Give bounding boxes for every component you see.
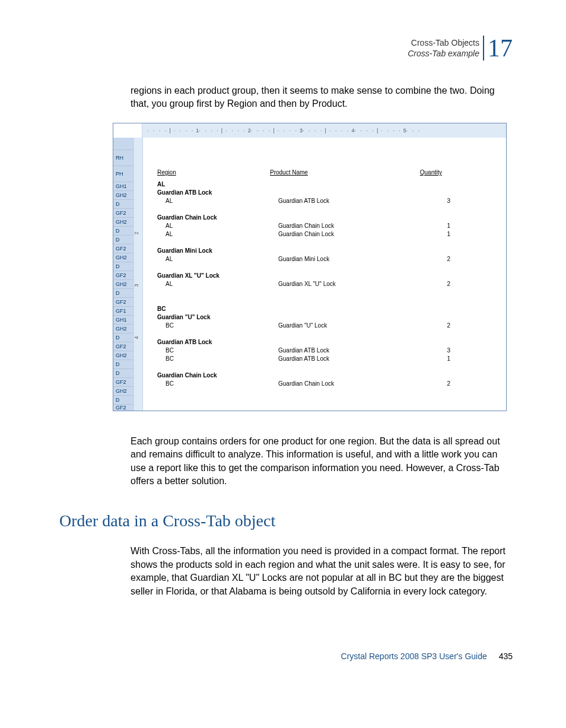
table-row: Guardian ATB Lock bbox=[157, 338, 506, 346]
chapter-number: 17 bbox=[483, 36, 513, 61]
section-label[interactable]: GH1 bbox=[113, 182, 133, 190]
section-label[interactable]: GF2 bbox=[113, 377, 133, 386]
table-row bbox=[157, 297, 506, 305]
paragraph-after-screenshot: Each group contains orders for one produ… bbox=[131, 435, 513, 488]
section-label[interactable]: GH2 bbox=[113, 351, 133, 360]
section-label[interactable]: PH bbox=[113, 166, 133, 182]
section-label[interactable]: GF2 bbox=[113, 342, 133, 351]
section-label[interactable]: D bbox=[113, 226, 133, 235]
section-label[interactable]: GF1 bbox=[113, 306, 133, 315]
section-label[interactable]: GF2 bbox=[113, 208, 133, 217]
section-blank bbox=[113, 138, 133, 150]
table-row bbox=[157, 205, 506, 214]
table-row: ALGuardian ATB Lock3 bbox=[157, 197, 506, 205]
table-row bbox=[157, 288, 506, 297]
col-qty-header: Quantity bbox=[395, 169, 442, 176]
section-heading: Order data in a Cross-Tab object bbox=[59, 511, 513, 530]
vertical-ruler[interactable]: 2 3 4 bbox=[133, 138, 143, 411]
section-label[interactable]: D bbox=[113, 333, 133, 342]
section-label[interactable]: D bbox=[113, 262, 133, 271]
ruler-corner bbox=[113, 123, 142, 138]
section-labels-column[interactable]: RH PH GH1 GH2 D GF2 GH2 D D GF2 GH2 D GF… bbox=[113, 138, 133, 411]
header-topic: Cross-Tab Objects bbox=[408, 37, 479, 48]
table-row: BCGuardian ATB Lock1 bbox=[157, 355, 506, 363]
section-label[interactable]: GF2 bbox=[113, 244, 133, 253]
col-product-header: Product Name bbox=[270, 169, 395, 176]
section-label[interactable]: D bbox=[113, 395, 133, 404]
section-label[interactable]: GF2 bbox=[113, 297, 133, 306]
table-row: BCGuardian "U" Lock2 bbox=[157, 322, 506, 330]
table-row: Guardian "U" Lock bbox=[157, 313, 506, 322]
report-preview-area[interactable]: Region Product Name Quantity AL Guardian… bbox=[143, 138, 506, 411]
section-label[interactable]: GH2 bbox=[113, 324, 133, 333]
table-row bbox=[157, 388, 506, 394]
section-label[interactable]: D bbox=[113, 288, 133, 297]
header-subtopic: Cross-Tab example bbox=[408, 48, 479, 59]
table-row: AL bbox=[157, 180, 506, 189]
section-label[interactable]: GH2 bbox=[113, 279, 133, 288]
table-row: Guardian XL "U" Lock bbox=[157, 272, 506, 280]
table-row: BC bbox=[157, 305, 506, 313]
table-row: BCGuardian ATB Lock3 bbox=[157, 346, 506, 355]
table-row bbox=[157, 330, 506, 338]
horizontal-ruler[interactable]: · · · · | · · · · 1 · · · · | · · · · 2 … bbox=[142, 123, 506, 138]
paragraph-intro: regions in each product group, then it s… bbox=[131, 84, 513, 111]
column-headers: Region Product Name Quantity bbox=[157, 165, 506, 180]
section-label[interactable]: GH1 bbox=[113, 315, 133, 324]
section-label[interactable]: D bbox=[113, 360, 133, 368]
report-designer-screenshot: · · · · | · · · · 1 · · · · | · · · · 2 … bbox=[113, 123, 507, 411]
footer-guide-name: Crystal Reports 2008 SP3 User's Guide bbox=[341, 651, 487, 661]
page-header: Cross-Tab Objects Cross-Tab example 17 bbox=[59, 36, 513, 61]
table-row: Guardian Chain Lock bbox=[157, 214, 506, 222]
footer-page-number: 435 bbox=[499, 651, 513, 661]
table-row: Guardian ATB Lock bbox=[157, 189, 506, 197]
table-row bbox=[157, 239, 506, 247]
section-label[interactable]: D bbox=[113, 368, 133, 377]
table-row: ALGuardian Chain Lock1 bbox=[157, 230, 506, 239]
section-label[interactable]: D bbox=[113, 235, 133, 244]
page-footer: Crystal Reports 2008 SP3 User's Guide 43… bbox=[59, 651, 513, 661]
col-region-header: Region bbox=[157, 169, 270, 176]
table-row: ALGuardian XL "U" Lock2 bbox=[157, 280, 506, 288]
section-label[interactable]: GH2 bbox=[113, 217, 133, 226]
table-row bbox=[157, 263, 506, 272]
table-row: BCGuardian Chain Lock2 bbox=[157, 380, 506, 388]
paragraph-crosstab: With Cross-Tabs, all the information you… bbox=[131, 545, 513, 598]
section-label[interactable]: GF2 bbox=[113, 271, 133, 279]
table-row: Guardian Mini Lock bbox=[157, 247, 506, 255]
section-label[interactable]: RH bbox=[113, 150, 133, 166]
table-row: ALGuardian Mini Lock2 bbox=[157, 255, 506, 263]
section-label[interactable]: GF2 bbox=[113, 404, 133, 411]
section-label[interactable]: GH2 bbox=[113, 253, 133, 262]
table-row bbox=[157, 363, 506, 371]
section-label[interactable]: GH2 bbox=[113, 190, 133, 199]
section-label[interactable]: GH2 bbox=[113, 386, 133, 395]
table-row: Guardian Chain Lock bbox=[157, 371, 506, 380]
section-label[interactable]: D bbox=[113, 199, 133, 208]
table-row: ALGuardian Chain Lock1 bbox=[157, 222, 506, 230]
